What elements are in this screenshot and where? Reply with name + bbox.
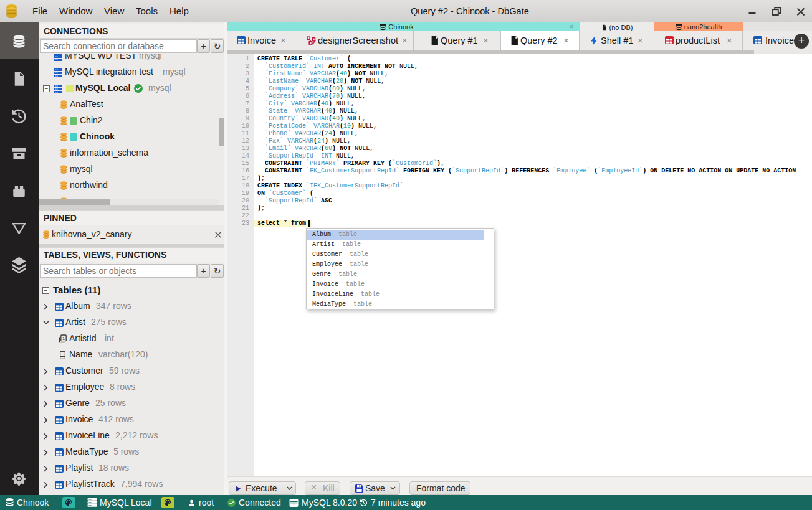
svg-text:1: 1	[62, 336, 65, 341]
